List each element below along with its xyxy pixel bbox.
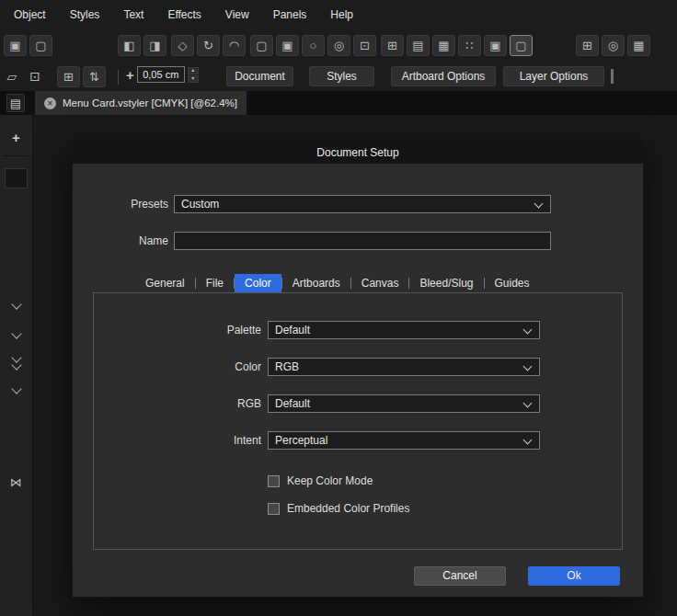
swatch-button[interactable]: ▣ bbox=[484, 35, 507, 56]
step-up-button[interactable]: ▴ bbox=[188, 67, 199, 74]
dialog-tab-strip: General File Color Artboards Canvas Blee… bbox=[135, 274, 540, 292]
menu-styles[interactable]: Styles bbox=[58, 0, 112, 30]
menu-object[interactable]: Object bbox=[2, 0, 58, 30]
sidebar-color-well[interactable] bbox=[5, 168, 28, 188]
menu-view[interactable]: View bbox=[213, 0, 261, 30]
arc-icon: ◠ bbox=[229, 40, 239, 51]
chevron-down-icon bbox=[11, 328, 21, 338]
paste-style-button[interactable]: ▢ bbox=[29, 35, 52, 56]
ok-button[interactable]: Ok bbox=[528, 566, 620, 586]
menu-panels[interactable]: Panels bbox=[261, 0, 319, 30]
cancel-button[interactable]: Cancel bbox=[414, 566, 506, 586]
transform-grid-button[interactable]: ⊞ bbox=[576, 35, 599, 56]
filled-rectangle-button[interactable]: ▣ bbox=[276, 35, 299, 56]
frame-button[interactable]: ▢ bbox=[510, 35, 533, 56]
embedded-color-profiles-checkbox[interactable] bbox=[268, 503, 280, 515]
tab-file[interactable]: File bbox=[196, 274, 234, 292]
chevron-down-icon bbox=[523, 436, 533, 445]
document-options-button[interactable]: Document bbox=[226, 66, 293, 86]
sidebar-expander-1[interactable] bbox=[0, 301, 32, 308]
embedded-color-profiles-label: Embedded Color Profiles bbox=[287, 501, 409, 516]
rotate-button[interactable]: ↻ bbox=[197, 35, 220, 56]
tab-artboards[interactable]: Artboards bbox=[282, 274, 350, 292]
boolean-subtract-icon: ◨ bbox=[149, 40, 160, 51]
boolean-union-button[interactable]: ◧ bbox=[118, 35, 141, 56]
panels-toggle-button[interactable]: ▤ bbox=[6, 94, 25, 112]
menu-help[interactable]: Help bbox=[318, 0, 365, 30]
pattern-button[interactable]: ▦ bbox=[627, 35, 650, 56]
export-icon: ⇅ bbox=[89, 71, 99, 83]
presets-label: Presets bbox=[73, 195, 168, 213]
toolbar-group-clipboard: ▣ ▢ bbox=[4, 35, 52, 56]
color-dropdown[interactable]: RGB bbox=[268, 358, 540, 376]
align-grid-icon: ⊞ bbox=[387, 40, 397, 51]
styles-options-button[interactable]: Styles bbox=[309, 66, 374, 86]
left-sidebar: + ⋈ bbox=[0, 115, 33, 616]
align-grid-button[interactable]: ⊞ bbox=[381, 35, 404, 56]
toolbar2-end-separator bbox=[611, 69, 614, 84]
columns-button[interactable]: ▦ bbox=[432, 35, 455, 56]
spacing-input[interactable] bbox=[137, 66, 185, 83]
sidebar-expander-2[interactable] bbox=[0, 330, 32, 337]
keep-color-mode-checkbox[interactable] bbox=[268, 475, 280, 487]
sidebar-expander-3[interactable] bbox=[0, 385, 32, 393]
copy-style-button[interactable]: ▣ bbox=[4, 35, 27, 56]
filled-rectangle-icon: ▣ bbox=[281, 40, 293, 51]
sidebar-add-tool[interactable]: + bbox=[0, 130, 32, 145]
dialog-title-bar[interactable]: Document Setup bbox=[73, 142, 643, 164]
boolean-union-icon: ◧ bbox=[123, 40, 134, 51]
presets-dropdown[interactable]: Custom bbox=[174, 195, 551, 213]
panels-icon: ▤ bbox=[10, 97, 21, 110]
paste-style-icon: ▢ bbox=[35, 40, 46, 51]
close-tab-icon[interactable]: × bbox=[44, 97, 56, 109]
name-input[interactable] bbox=[174, 232, 551, 250]
boolean-subtract-button[interactable]: ◨ bbox=[143, 35, 166, 56]
toolbar-group-boolean: ◧ ◨ bbox=[118, 35, 166, 56]
sidebar-node-tool[interactable]: ⋈ bbox=[0, 475, 32, 489]
arc-button[interactable]: ◠ bbox=[223, 35, 246, 56]
distribute-dots-button[interactable]: ∷ bbox=[458, 35, 481, 56]
color-label: Color bbox=[73, 358, 261, 376]
dialog-title: Document Setup bbox=[316, 146, 398, 159]
rows-icon: ▤ bbox=[412, 40, 423, 51]
menu-text[interactable]: Text bbox=[111, 0, 155, 30]
sidebar-expander-double-2[interactable] bbox=[0, 361, 32, 369]
tab-general[interactable]: General bbox=[135, 274, 195, 292]
spacing-stepper: ▴ ▾ bbox=[188, 67, 199, 83]
layer-options-button[interactable]: Layer Options bbox=[503, 66, 604, 86]
rgb-value: Default bbox=[275, 397, 310, 410]
spiral-icon: ◎ bbox=[608, 40, 618, 51]
toolbar2-separator bbox=[118, 70, 119, 85]
toolbar2-ref-group: ⊞ ⇅ bbox=[57, 66, 106, 87]
anchor-button[interactable]: ⊡ bbox=[353, 35, 376, 56]
toolbar-group-transform: ◇ ↻ ◠ bbox=[171, 35, 246, 56]
tab-canvas[interactable]: Canvas bbox=[351, 274, 409, 292]
reference-point-icon: ⊞ bbox=[63, 71, 74, 83]
export-button[interactable]: ⇅ bbox=[83, 66, 106, 87]
target-button[interactable]: ◎ bbox=[327, 35, 350, 56]
step-down-button[interactable]: ▾ bbox=[188, 75, 199, 83]
tab-color[interactable]: Color bbox=[235, 274, 281, 292]
app-window: Object Styles Text Effects View Panels H… bbox=[0, 0, 677, 616]
palette-dropdown[interactable]: Default bbox=[268, 321, 540, 339]
menu-effects[interactable]: Effects bbox=[155, 0, 212, 30]
reference-point-button[interactable]: ⊞ bbox=[57, 66, 80, 87]
rectangle-button[interactable]: ▢ bbox=[250, 35, 273, 56]
document-tab[interactable]: × Menu Card.vstyler [CMYK] [@62.4%] bbox=[35, 91, 247, 115]
rows-button[interactable]: ▤ bbox=[407, 35, 430, 56]
crop-frame-icon[interactable]: ▱ bbox=[2, 66, 22, 86]
spiral-button[interactable]: ◎ bbox=[602, 35, 625, 56]
skew-button[interactable]: ◇ bbox=[171, 35, 194, 56]
toolbar2-left-icons: ▱ ⊡ bbox=[2, 66, 45, 86]
chevron-down-icon bbox=[11, 299, 21, 309]
ellipse-button[interactable]: ○ bbox=[302, 35, 325, 56]
intent-label: Intent bbox=[73, 431, 261, 450]
intent-value: Perceptual bbox=[275, 434, 327, 447]
rgb-dropdown[interactable]: Default bbox=[268, 394, 540, 413]
tab-guides[interactable]: Guides bbox=[485, 274, 540, 292]
tab-bleed-slug[interactable]: Bleed/Slug bbox=[409, 274, 483, 292]
artboard-icon[interactable]: ⊡ bbox=[25, 66, 45, 86]
artboard-options-button[interactable]: Artboard Options bbox=[391, 66, 496, 86]
columns-icon: ▦ bbox=[438, 40, 449, 51]
intent-dropdown[interactable]: Perceptual bbox=[268, 431, 540, 450]
